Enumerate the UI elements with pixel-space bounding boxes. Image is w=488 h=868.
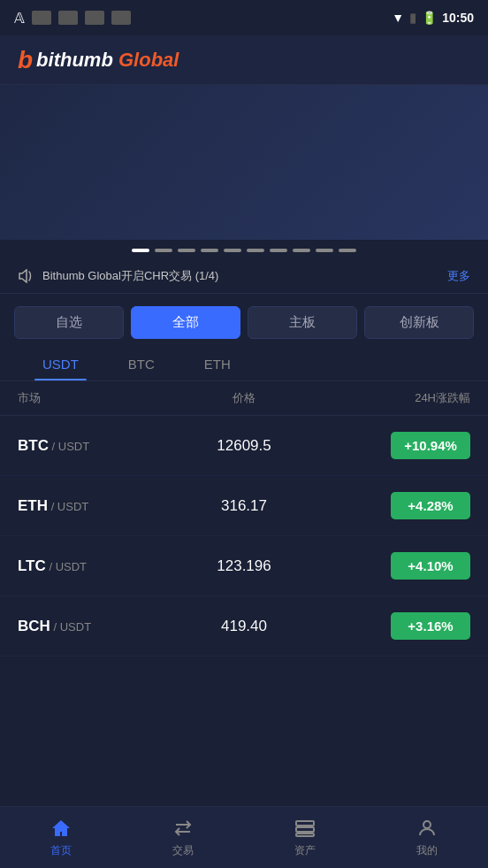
exchange-icon xyxy=(172,817,194,840)
table-row[interactable]: BTC / USDT 12609.5 +10.94% xyxy=(0,416,488,476)
quote-currency: / USDT xyxy=(49,560,87,573)
col-header-market: 市场 xyxy=(18,390,169,406)
svg-rect-1 xyxy=(296,827,314,832)
announcement-more-button[interactable]: 更多 xyxy=(447,268,470,284)
tab-all[interactable]: 全部 xyxy=(131,306,240,339)
nav-profile-label: 我的 xyxy=(416,843,438,858)
currency-tabs: USDT BTC ETH xyxy=(0,348,488,381)
icon3 xyxy=(85,11,104,25)
announcement-text: Bithumb Global开启CHR交易 (1/4) xyxy=(42,268,218,284)
home-icon xyxy=(50,817,72,840)
nav-assets-label: 资产 xyxy=(294,843,316,858)
market-name-ltc: LTC / USDT xyxy=(18,557,169,575)
assets-icon xyxy=(294,817,316,840)
col-header-change: 24H涨跌幅 xyxy=(319,390,470,406)
market-change-btc: +10.94% xyxy=(319,432,470,459)
market-price-bch: 419.40 xyxy=(169,618,320,635)
market-change-ltc: +4.10% xyxy=(319,552,470,580)
nav-trade-label: 交易 xyxy=(172,843,194,858)
time-display: 10:50 xyxy=(442,11,474,25)
market-price-ltc: 123.196 xyxy=(169,557,320,575)
nav-assets[interactable]: 资产 xyxy=(244,807,366,868)
status-bar: 𝔸 ▼ ▮ 🔋 10:50 xyxy=(0,0,488,35)
market-name-btc: BTC / USDT xyxy=(18,437,169,455)
battery-icon: 🔋 xyxy=(422,11,437,25)
base-currency: ETH xyxy=(18,497,48,514)
market-change-bch: +3.16% xyxy=(319,612,470,640)
nav-home-label: 首页 xyxy=(50,843,72,858)
tab-innovation[interactable]: 创新板 xyxy=(364,306,474,339)
svg-rect-2 xyxy=(296,833,314,836)
banner-dots xyxy=(0,240,488,259)
base-currency: BCH xyxy=(18,618,50,634)
tab-btc[interactable]: BTC xyxy=(103,348,179,380)
dot-8 xyxy=(293,249,310,252)
icon1 xyxy=(32,11,51,25)
table-row[interactable]: LTC / USDT 123.196 +4.10% xyxy=(0,536,488,596)
banner-area[interactable] xyxy=(0,85,488,240)
market-price-btc: 12609.5 xyxy=(169,437,320,455)
status-right: ▼ ▮ 🔋 10:50 xyxy=(392,11,474,25)
change-badge-btc: +10.94% xyxy=(391,432,470,459)
table-header: 市场 价格 24H涨跌幅 xyxy=(0,381,488,416)
tab-eth[interactable]: ETH xyxy=(179,348,255,380)
dot-2 xyxy=(155,249,172,252)
icon2 xyxy=(58,11,78,25)
quote-currency: / USDT xyxy=(53,620,91,634)
announcement-bar: Bithumb Global开启CHR交易 (1/4) 更多 xyxy=(0,259,488,294)
market-name-eth: ETH / USDT xyxy=(18,497,169,515)
status-left-icons: 𝔸 xyxy=(14,10,131,27)
nav-home[interactable]: 首页 xyxy=(0,807,122,868)
table-row[interactable]: ETH / USDT 316.17 +4.28% xyxy=(0,476,488,536)
quote-currency: / USDT xyxy=(52,440,90,453)
wifi-icon: ▼ xyxy=(392,11,404,25)
market-change-eth: +4.28% xyxy=(319,492,470,519)
nav-trade[interactable]: 交易 xyxy=(122,807,244,868)
app-header: b bithumb Global xyxy=(0,35,488,85)
base-currency: LTC xyxy=(18,557,46,574)
table-row[interactable]: BCH / USDT 419.40 +3.16% xyxy=(0,596,488,657)
speaker-icon xyxy=(18,269,34,283)
signal-bars-icon: ▮ xyxy=(409,11,416,25)
tab-usdt[interactable]: USDT xyxy=(18,348,103,380)
col-header-price: 价格 xyxy=(169,390,320,406)
signal-icon: 𝔸 xyxy=(14,10,25,27)
dot-9 xyxy=(316,249,333,252)
dot-6 xyxy=(247,249,264,252)
icon4 xyxy=(111,11,131,25)
nav-profile[interactable]: 我的 xyxy=(366,807,488,868)
dot-3 xyxy=(178,249,195,252)
dot-4 xyxy=(201,249,218,252)
bottom-navigation: 首页 交易 资产 我的 xyxy=(0,806,488,868)
base-currency: BTC xyxy=(18,437,49,454)
market-name-bch: BCH / USDT xyxy=(18,618,169,635)
svg-rect-0 xyxy=(296,821,314,826)
quote-currency: / USDT xyxy=(51,500,89,513)
logo-b-letter: b xyxy=(18,46,33,74)
announcement-content: Bithumb Global开启CHR交易 (1/4) xyxy=(18,268,218,284)
svg-point-3 xyxy=(423,821,431,828)
tab-watchlist[interactable]: 自选 xyxy=(14,306,124,339)
profile-icon xyxy=(416,817,438,840)
dot-5 xyxy=(224,249,241,252)
market-price-eth: 316.17 xyxy=(169,497,320,515)
change-badge-bch: +3.16% xyxy=(391,612,470,640)
logo-accent: Global xyxy=(118,49,179,71)
banner-image xyxy=(0,85,488,240)
dot-1 xyxy=(132,249,149,252)
tab-main[interactable]: 主板 xyxy=(248,306,357,339)
logo-text: bithumb Global xyxy=(36,49,179,72)
dot-10 xyxy=(339,249,356,252)
change-badge-eth: +4.28% xyxy=(391,492,470,519)
dot-7 xyxy=(270,249,287,252)
change-badge-ltc: +4.10% xyxy=(391,552,470,580)
category-tabs: 自选 全部 主板 创新板 xyxy=(0,294,488,348)
